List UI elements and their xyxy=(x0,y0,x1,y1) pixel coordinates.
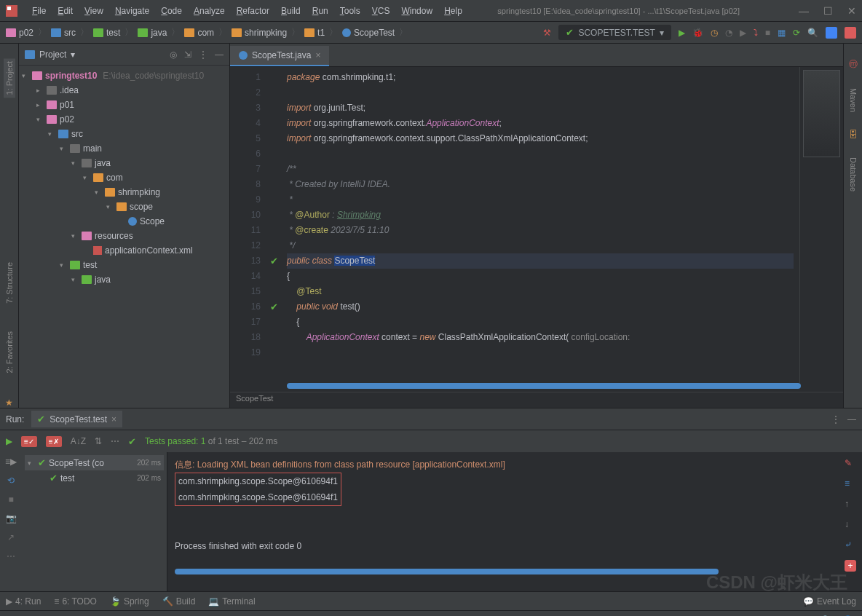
tree-item[interactable]: applicationContext.xml xyxy=(19,243,229,258)
tree-item[interactable]: ▾com xyxy=(19,170,229,185)
menu-vcs[interactable]: VCS xyxy=(366,3,396,19)
more-icon[interactable]: ⋮ xyxy=(831,414,840,425)
update-button[interactable]: ⟳ xyxy=(793,28,800,38)
sidebar-tab-project[interactable]: 1: Project xyxy=(4,58,15,98)
breadcrumb-item[interactable]: t1 xyxy=(304,28,325,38)
menu-file[interactable]: File xyxy=(26,3,52,19)
breadcrumb-item[interactable]: src xyxy=(51,28,76,38)
menu-tools[interactable]: Tools xyxy=(334,3,366,19)
menu-build[interactable]: Build xyxy=(275,3,307,19)
menu-edit[interactable]: Edit xyxy=(52,3,79,19)
googlebox-icon[interactable] xyxy=(826,27,837,39)
menu-window[interactable]: Window xyxy=(395,3,438,19)
toggle2-icon[interactable]: ≡✗ xyxy=(46,436,62,447)
search-icon[interactable]: 🔍 xyxy=(807,28,818,38)
rerun-failed-icon[interactable]: ≡▶ xyxy=(5,457,17,467)
tree-root[interactable]: ▾ springtest10 E:\idea_code\springtest10 xyxy=(19,68,229,83)
test-tree[interactable]: ▾✔ScopeTest (co202 ms✔test202 ms xyxy=(22,452,167,591)
debug-button[interactable]: 🐞 xyxy=(692,28,703,38)
run-config-selector[interactable]: ✔ SCOPETEST.TEST ▾ xyxy=(558,25,671,40)
sidebar-tab-database[interactable]: Database xyxy=(847,154,859,194)
editor-content[interactable]: 12345678910111213141516171819 ✔✔ package… xyxy=(230,67,843,383)
test-tree-item[interactable]: ✔test202 ms xyxy=(25,470,164,486)
stop-button[interactable]: ■ xyxy=(765,28,770,38)
project-view-selector[interactable]: Project ▾ xyxy=(25,50,75,60)
tree-item[interactable]: ▾java xyxy=(19,156,229,170)
attach-button[interactable]: ⤵ xyxy=(754,28,758,38)
bottom-tab-todo[interactable]: ≡6: TODO xyxy=(54,596,97,607)
console-output[interactable]: ✎ ≡ ↑ ↓ ⤶ + 信息: Loading XML bean definit… xyxy=(167,452,862,591)
editor-tab[interactable]: ScopeTest.java × xyxy=(230,46,329,66)
menu-refactor[interactable]: Refactor xyxy=(231,3,275,19)
sidebar-tab-favorites[interactable]: 2: Favorites xyxy=(4,328,15,376)
breadcrumb-item[interactable]: test xyxy=(93,28,120,38)
tree-item[interactable]: ▾p02 xyxy=(19,112,229,127)
pin-icon[interactable]: + xyxy=(845,560,856,572)
tree-item[interactable]: Scope xyxy=(19,214,229,229)
menu-navigate[interactable]: Navigate xyxy=(109,3,155,19)
maximize-icon[interactable]: ☐ xyxy=(823,5,833,17)
console-h-scrollbar[interactable] xyxy=(175,569,719,574)
tree-item[interactable]: ▾src xyxy=(19,127,229,141)
dump-icon[interactable]: 📷 xyxy=(6,513,17,524)
event-log-button[interactable]: 💬 Event Log xyxy=(803,596,856,607)
close-tab-icon[interactable]: × xyxy=(315,50,320,60)
minimize-icon[interactable]: — xyxy=(799,5,809,17)
tree-item[interactable]: ▾java xyxy=(19,272,229,287)
layout-button[interactable]: ▦ xyxy=(778,28,786,38)
profile-button[interactable]: ◔ xyxy=(725,28,732,38)
tree-item[interactable]: ▾resources xyxy=(19,229,229,243)
bottom-tab-run[interactable]: ▶4: Run xyxy=(6,596,41,607)
build-icon[interactable]: ⚒ xyxy=(543,28,551,38)
wrap-icon[interactable]: ✎ xyxy=(845,458,856,468)
softwrap-icon[interactable]: ⤶ xyxy=(845,540,856,550)
run-gutter-icon[interactable]: ✔ xyxy=(270,301,278,312)
breadcrumb-item[interactable]: java xyxy=(138,28,167,38)
breadcrumb-item[interactable]: shrimpking xyxy=(232,28,287,38)
redbox-icon[interactable] xyxy=(845,27,856,39)
menu-view[interactable]: View xyxy=(79,3,109,19)
sidebar-tab-maven[interactable]: Maven xyxy=(847,85,859,115)
tree-item[interactable]: ▸.idea xyxy=(19,83,229,98)
expand-icon[interactable]: ⇅ xyxy=(95,436,102,446)
bottom-tab-build[interactable]: 🔨Build xyxy=(162,596,196,607)
hide-icon[interactable]: — xyxy=(847,414,856,425)
tree-item[interactable]: ▸p01 xyxy=(19,98,229,112)
target-icon[interactable]: ◎ xyxy=(170,50,177,60)
test-tree-item[interactable]: ▾✔ScopeTest (co202 ms xyxy=(25,455,164,470)
more-icon[interactable]: ⋯ xyxy=(111,436,119,446)
menu-run[interactable]: Run xyxy=(307,3,334,19)
coverage-button[interactable]: ◷ xyxy=(711,28,718,38)
run-button[interactable]: ▶ xyxy=(679,28,685,38)
breadcrumb-item[interactable]: ScopeTest xyxy=(342,28,395,38)
breadcrumb-item[interactable]: p02 xyxy=(6,28,33,38)
tree-item[interactable]: ▾test xyxy=(19,258,229,272)
close-icon[interactable]: ✕ xyxy=(847,5,856,17)
run-gutter-icon[interactable]: ✔ xyxy=(270,256,278,266)
scroll-icon[interactable]: ≡ xyxy=(845,478,856,489)
run-anything-button[interactable]: ▶ xyxy=(740,28,746,38)
stop-icon[interactable]: ■ xyxy=(8,494,13,505)
menu-analyze[interactable]: Analyze xyxy=(188,3,231,19)
export-icon[interactable]: ↗ xyxy=(7,532,15,542)
up-icon[interactable]: ↑ xyxy=(845,499,856,509)
h-scrollbar[interactable] xyxy=(287,383,801,389)
breadcrumb-item[interactable]: com xyxy=(184,28,214,38)
toggle1-icon[interactable]: ≡✓ xyxy=(21,436,37,447)
close-tab-icon[interactable]: × xyxy=(111,414,116,425)
tree-item[interactable]: ▾main xyxy=(19,141,229,156)
code-area[interactable]: package com.shrimpking.t1;import org.jun… xyxy=(281,67,799,383)
project-tree[interactable]: ▾ springtest10 E:\idea_code\springtest10… xyxy=(19,66,229,408)
rerun-button[interactable]: ▶ xyxy=(6,436,12,446)
settings-icon[interactable]: ⋮ xyxy=(199,50,207,60)
bottom-tab-spring[interactable]: 🍃Spring xyxy=(110,596,149,607)
editor-breadcrumb[interactable]: ScopeTest xyxy=(230,392,843,408)
sidebar-tab-structure[interactable]: 7: Structure xyxy=(4,259,15,307)
more-icon[interactable]: ⋯ xyxy=(7,551,15,561)
minimap[interactable] xyxy=(799,67,843,383)
menu-code[interactable]: Code xyxy=(155,3,188,19)
tree-item[interactable]: ▾shrimpking xyxy=(19,185,229,200)
menu-help[interactable]: Help xyxy=(438,3,468,19)
bottom-tab-terminal[interactable]: 💻Terminal xyxy=(208,596,255,607)
hide-icon[interactable]: — xyxy=(215,50,224,60)
